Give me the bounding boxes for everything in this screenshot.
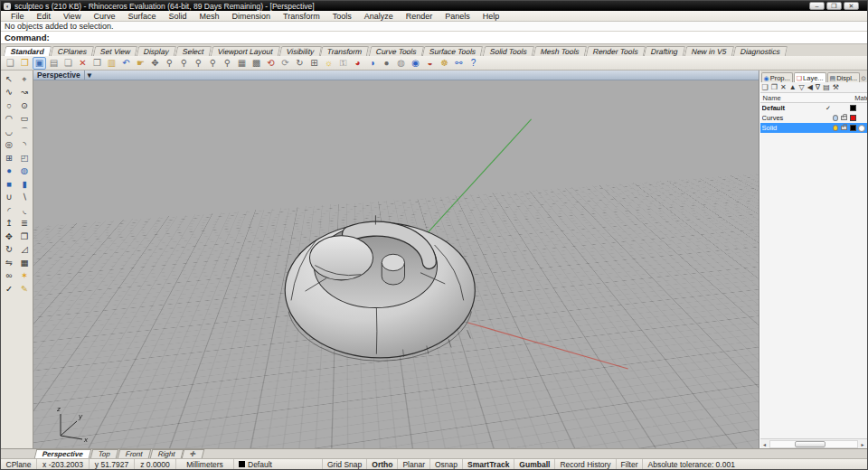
new-document-icon[interactable]: ❑: [4, 57, 17, 70]
select-pointer-icon[interactable]: ↖: [2, 72, 17, 86]
toolbar-tab-select[interactable]: Select: [175, 46, 212, 56]
move-icon[interactable]: ✥: [2, 230, 17, 243]
viewport-menu-caret-icon[interactable]: ▾: [84, 70, 91, 80]
toolbar-tab-surface-tools[interactable]: Surface Tools: [422, 46, 484, 56]
join-icon[interactable]: ∞: [2, 269, 17, 283]
layer-material-icon[interactable]: [858, 125, 865, 132]
minimize-button[interactable]: –: [809, 2, 825, 10]
status-z-coordinate[interactable]: z 0.0000: [135, 459, 176, 469]
viewport-tab-front[interactable]: Front: [118, 449, 151, 458]
copy-icon[interactable]: ❐: [90, 57, 104, 70]
new-layer-icon[interactable]: ❑: [762, 84, 769, 91]
circle-center-icon[interactable]: ⊙: [17, 99, 33, 112]
zoom-window-icon[interactable]: ⚲: [177, 57, 191, 70]
menu-dimension[interactable]: Dimension: [225, 12, 277, 21]
layer-row-default[interactable]: Default✓: [760, 103, 867, 113]
command-input[interactable]: Command:: [1, 32, 867, 44]
circle-icon[interactable]: ○: [2, 99, 17, 112]
menu-edit[interactable]: Edit: [31, 12, 58, 21]
zoom-dynamic-icon[interactable]: ⚲: [163, 57, 176, 70]
layer-manager-icon[interactable]: ▦: [235, 57, 249, 70]
duplicate-layer-icon[interactable]: ❐: [771, 84, 778, 91]
layer-visibility-bulb-icon[interactable]: [833, 125, 838, 131]
viewport-tab-top[interactable]: Top: [90, 449, 118, 458]
display-mode-icon[interactable]: ◑: [365, 57, 379, 70]
corner-arc-icon[interactable]: ⌒: [17, 125, 33, 138]
surface-plane-icon[interactable]: ⊞: [2, 151, 17, 164]
layer-visibility-bulb-icon[interactable]: [833, 115, 838, 121]
status-current-layer[interactable]: Default: [234, 459, 323, 469]
object-properties-icon[interactable]: ▩: [250, 57, 263, 70]
status-planar[interactable]: Planar: [398, 459, 430, 469]
menu-solid[interactable]: Solid: [162, 12, 193, 21]
toolbar-tab-diagnostics[interactable]: Diagnostics: [733, 46, 788, 56]
menu-tools[interactable]: Tools: [326, 12, 358, 21]
undo-icon[interactable]: ↶: [119, 57, 133, 70]
zoom-target-icon[interactable]: ⚲: [221, 57, 234, 70]
toolbar-tab-viewport-layout[interactable]: Viewport Layout: [211, 46, 280, 56]
move-layer-up-icon[interactable]: ▲: [789, 84, 797, 91]
curve-blend-icon[interactable]: ◡: [2, 125, 17, 138]
lamp-icon[interactable]: ☼: [322, 57, 335, 70]
copy-icon[interactable]: ❐: [17, 230, 33, 243]
arc-icon[interactable]: ◠: [2, 112, 17, 126]
layer-settings-icon[interactable]: ⚒: [833, 84, 839, 91]
3d-model[interactable]: [33, 80, 759, 448]
status-gumball[interactable]: Gumball: [514, 459, 555, 469]
scroll-track[interactable]: [769, 440, 858, 448]
toolbar-tab-set-view[interactable]: Set View: [93, 46, 138, 56]
toolbar-tab-visibility[interactable]: Visibility: [279, 46, 322, 56]
collapse-layers-icon[interactable]: ◀: [807, 84, 813, 91]
status-osnap[interactable]: Osnap: [430, 459, 463, 469]
viewport[interactable]: Perspective ▾: [33, 70, 760, 448]
chamfer-icon[interactable]: ◟: [17, 203, 33, 217]
viewport-tab-new-viewport[interactable]: ✛: [182, 449, 204, 458]
open-file-icon[interactable]: ❒: [18, 57, 32, 70]
delete-layer-icon[interactable]: ✕: [780, 84, 787, 91]
torus-icon[interactable]: ◍: [17, 164, 33, 178]
toolbar-tab-curve-tools[interactable]: Curve Tools: [368, 46, 423, 56]
lock-icon[interactable]: ⚿: [336, 57, 350, 70]
panel-tab-layers[interactable]: ❏Laye...: [794, 72, 826, 82]
toolbar-tab-transform[interactable]: Transform: [320, 46, 370, 56]
toolbar-tab-cplanes[interactable]: CPlanes: [51, 46, 94, 56]
boolean-union-icon[interactable]: ∪: [2, 191, 17, 204]
scroll-thumb[interactable]: [795, 441, 826, 447]
toolbar-tab-drafting[interactable]: Drafting: [644, 46, 685, 56]
extrude-icon[interactable]: ↥: [2, 217, 17, 230]
hyperlink-icon[interactable]: ⚯: [452, 57, 466, 70]
array-icon[interactable]: ▦: [17, 256, 33, 269]
move-layer-down-icon[interactable]: ▽: [799, 84, 805, 91]
scale-icon[interactable]: ◿: [17, 243, 33, 257]
viewport-tab-right[interactable]: Right: [149, 449, 183, 458]
toolbar-tab-new-in-v5[interactable]: New in V5: [684, 46, 734, 56]
cylinder-icon[interactable]: ▮: [17, 177, 33, 191]
status-filter[interactable]: Filter: [617, 459, 644, 469]
layer-row-solid[interactable]: Solid: [760, 123, 867, 133]
explode-icon[interactable]: ✶: [17, 269, 33, 283]
menu-analyze[interactable]: Analyze: [358, 12, 400, 21]
shaded-view-icon[interactable]: ●: [380, 57, 393, 70]
control-point-curve-icon[interactable]: ↝: [17, 86, 33, 99]
zoom-selected-icon[interactable]: ⚲: [206, 57, 220, 70]
toolbar-tab-standard[interactable]: Standard: [4, 46, 52, 56]
layer-color-swatch[interactable]: [850, 105, 856, 111]
status-tolerance[interactable]: Absolute tolerance: 0.001: [643, 459, 867, 469]
annotate-icon[interactable]: ✎: [17, 282, 33, 296]
rotate-view-icon[interactable]: ↻: [293, 57, 307, 70]
tangent-arc-icon[interactable]: ◝: [17, 138, 33, 152]
layer-lock-icon[interactable]: [841, 116, 847, 120]
status-units[interactable]: Millimeters: [176, 459, 234, 469]
sphere-icon[interactable]: ●: [2, 164, 17, 178]
toolbar-tab-display[interactable]: Display: [137, 46, 176, 56]
mirror-icon[interactable]: ⇋: [2, 256, 17, 269]
toolbar-tab-mesh-tools[interactable]: Mesh Tools: [533, 46, 587, 56]
check-selection-icon[interactable]: ✓: [2, 282, 17, 296]
panel-horizontal-scrollbar[interactable]: ◂ ▸: [760, 438, 867, 448]
print-icon[interactable]: ▤: [47, 57, 61, 70]
restore-button[interactable]: ❐: [826, 2, 842, 10]
render-icon[interactable]: ◕: [351, 57, 364, 70]
layer-color-swatch[interactable]: [850, 115, 856, 121]
set-view-icon[interactable]: ⊞: [307, 57, 321, 70]
layer-tools-icon[interactable]: ▤: [823, 84, 830, 91]
